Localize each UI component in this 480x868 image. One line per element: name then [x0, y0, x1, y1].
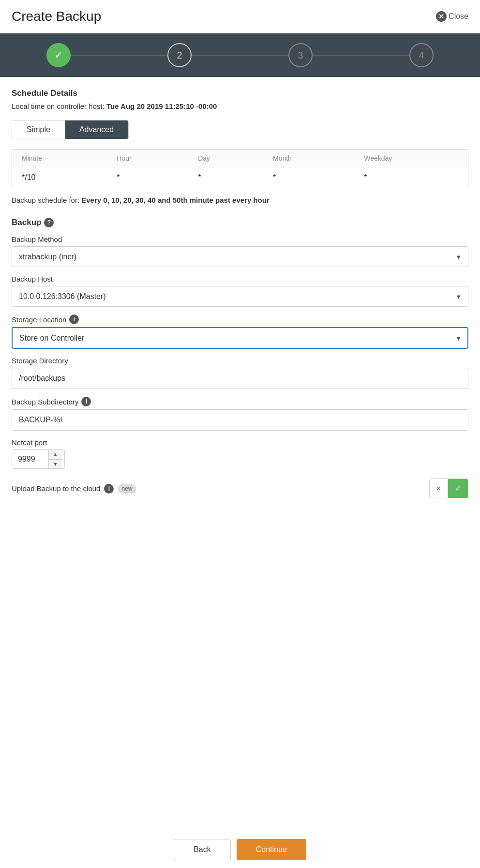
cron-header-day: Day	[188, 150, 263, 167]
storage-label: Storage Location i	[12, 314, 468, 324]
backup-section-title: Backup ?	[12, 218, 468, 227]
backup-method-select[interactable]: xtrabackup (incr) xtrabackup (full) mysq…	[12, 246, 468, 267]
cron-header-hour: Hour	[107, 150, 188, 167]
step-4-label: 4	[419, 50, 424, 61]
cron-header-month: Month	[263, 150, 354, 167]
cloud-toggle-off[interactable]: ×	[430, 479, 448, 498]
page-header: Create Backup ✕ Close	[0, 0, 480, 33]
storage-info-icon[interactable]: i	[69, 314, 79, 324]
cron-header-minute: Minute	[12, 150, 107, 167]
cron-hour[interactable]: *	[107, 167, 188, 188]
storage-location-wrapper: Store on Controller Store on Backup Host…	[12, 327, 468, 349]
schedule-description-value: Every 0, 10, 20, 30, 40 and 50th minute …	[81, 196, 270, 204]
back-button[interactable]: Back	[174, 839, 231, 860]
cron-day[interactable]: *	[188, 167, 263, 188]
backup-method-wrapper: xtrabackup (incr) xtrabackup (full) mysq…	[12, 246, 468, 267]
spinner-up[interactable]: ▲	[49, 450, 62, 460]
local-time: Local time on controller host: Tue Aug 2…	[12, 102, 468, 110]
schedule-description: Backup schedule for: Every 0, 10, 20, 30…	[12, 196, 468, 204]
subdirectory-info-icon[interactable]: i	[81, 397, 91, 406]
cron-weekday[interactable]: *	[354, 167, 468, 188]
step-4: 4	[409, 43, 434, 67]
netcat-port-spinbox: ▲ ▼	[12, 449, 65, 469]
step-line-1	[71, 55, 167, 56]
stepper: ✓ 2 3 4	[0, 33, 480, 77]
page-title: Create Backup	[12, 9, 101, 24]
cron-header-weekday: Weekday	[354, 150, 468, 167]
local-time-value: Tue Aug 20 2019 11:25:10 -00:00	[106, 102, 217, 110]
step-line-3	[313, 55, 409, 56]
step-2: 2	[167, 43, 192, 67]
method-label: Backup Method	[12, 235, 468, 243]
backup-host-select[interactable]: 10.0.0.126:3306 (Master)	[12, 286, 468, 307]
footer: Back Continue	[0, 831, 480, 868]
cloud-new-badge: new	[118, 484, 136, 493]
schedule-section-title: Schedule Details	[12, 89, 468, 98]
backup-subdirectory-input[interactable]	[12, 409, 468, 431]
close-label: Close	[449, 12, 468, 21]
step-line-2	[192, 55, 288, 56]
cron-row: */10 * * * *	[12, 167, 468, 188]
host-label: Backup Host	[12, 275, 468, 283]
netcat-port-input[interactable]	[12, 450, 48, 468]
cloud-toggle-group: × ✓	[429, 479, 468, 498]
tab-simple[interactable]: Simple	[12, 120, 65, 139]
continue-button[interactable]: Continue	[237, 839, 306, 860]
subdirectory-label: Backup Subdirectory i	[12, 397, 468, 406]
cloud-toggle-on[interactable]: ✓	[448, 479, 468, 498]
tab-advanced[interactable]: Advanced	[65, 120, 128, 139]
step-3-label: 3	[298, 50, 303, 61]
storage-location-select[interactable]: Store on Controller Store on Backup Host…	[12, 327, 468, 349]
netcat-label: Netcat port	[12, 438, 468, 447]
cron-minute[interactable]: */10	[12, 167, 107, 188]
number-spinners: ▲ ▼	[48, 450, 62, 468]
close-icon: ✕	[436, 11, 447, 22]
step-3: 3	[288, 43, 313, 67]
directory-label: Storage Directory	[12, 357, 468, 365]
backup-info-icon[interactable]: ?	[44, 218, 54, 227]
step-1: ✓	[46, 43, 71, 67]
storage-directory-input[interactable]	[12, 368, 468, 389]
cron-month[interactable]: *	[263, 167, 354, 188]
cloud-label: Upload Backup to the cloud i new	[12, 484, 136, 494]
cron-table: Minute Hour Day Month Weekday */10 * * *…	[12, 149, 468, 188]
backup-host-wrapper: 10.0.0.126:3306 (Master)	[12, 286, 468, 307]
close-button[interactable]: ✕ Close	[436, 11, 468, 22]
cloud-upload-row: Upload Backup to the cloud i new × ✓	[12, 479, 468, 498]
cloud-info-icon[interactable]: i	[104, 484, 114, 494]
step-2-label: 2	[177, 50, 182, 61]
step-1-check: ✓	[54, 49, 63, 61]
netcat-port-wrapper: ▲ ▼	[12, 449, 468, 469]
main-content: Schedule Details Local time on controlle…	[0, 77, 480, 547]
spinner-down[interactable]: ▼	[49, 460, 62, 469]
schedule-tab-toggle: Simple Advanced	[12, 120, 129, 139]
